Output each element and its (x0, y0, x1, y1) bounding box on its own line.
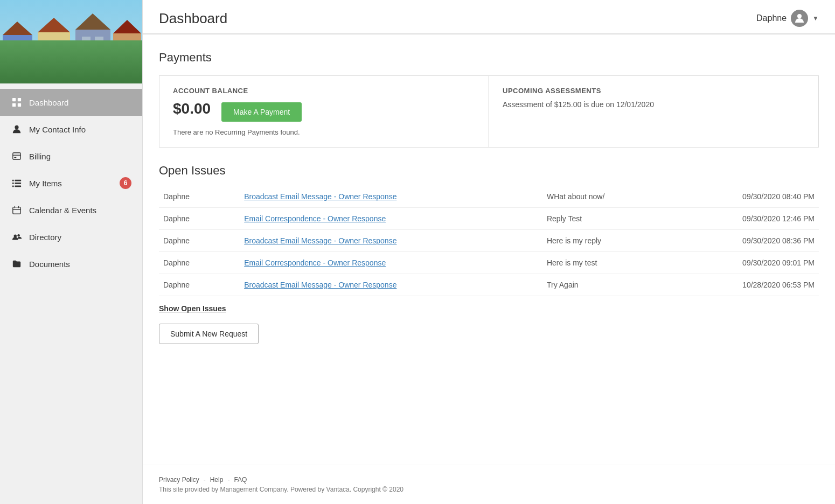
my-items-badge: 6 (120, 177, 131, 189)
svg-rect-20 (120, 41, 127, 49)
svg-rect-5 (11, 43, 17, 52)
svg-rect-39 (15, 186, 21, 187)
issue-message: WHat about now/ (542, 186, 667, 208)
sidebar-item-my-contact-info[interactable]: My Contact Info (0, 116, 142, 143)
billing-icon (11, 150, 23, 162)
chevron-down-icon: ▼ (812, 15, 819, 22)
sidebar-item-my-items[interactable]: My Items 6 (0, 170, 142, 197)
open-issues-table: Daphne Broadcast Email Message - Owner R… (159, 186, 819, 296)
svg-rect-27 (18, 98, 21, 101)
issue-link[interactable]: Broadcast Email Message - Owner Response (244, 236, 396, 245)
issue-link[interactable]: Email Correspondence - Owner Response (244, 214, 386, 223)
issue-link[interactable]: Broadcast Email Message - Owner Response (244, 281, 396, 289)
svg-rect-2 (0, 64, 142, 83)
sidebar-nav: Dashboard My Contact Info Billing (0, 83, 142, 277)
svg-rect-26 (12, 98, 16, 101)
issue-name: Daphne (159, 252, 240, 274)
issue-link[interactable]: Broadcast Email Message - Owner Response (244, 192, 396, 201)
issue-message: Here is my reply (542, 230, 667, 252)
issue-link-cell[interactable]: Email Correspondence - Owner Response (240, 208, 542, 230)
svg-rect-34 (12, 180, 14, 181)
svg-rect-31 (13, 153, 20, 160)
person-icon (11, 123, 23, 135)
svg-rect-10 (44, 40, 52, 49)
svg-rect-6 (19, 43, 25, 52)
svg-rect-40 (13, 207, 20, 214)
submit-new-request-button[interactable]: Submit A New Request (159, 324, 259, 344)
sidebar-item-label-directory: Directory (29, 233, 131, 242)
sidebar-hero-image (0, 0, 142, 83)
sidebar-item-label-documents: Documents (29, 260, 131, 269)
issue-date: 09/30/2020 12:46 PM (667, 208, 819, 230)
table-row: Daphne Email Correspondence - Owner Resp… (159, 252, 819, 274)
payments-grid: ACCOUNT BALANCE $0.00 Make A Payment The… (159, 75, 819, 148)
sidebar: Dashboard My Contact Info Billing (0, 0, 143, 504)
user-avatar (791, 10, 808, 27)
svg-rect-18 (113, 33, 141, 61)
issue-link-cell[interactable]: Email Correspondence - Owner Response (240, 252, 542, 274)
list-icon (11, 177, 23, 189)
issue-message: Try Again (542, 274, 667, 296)
directory-icon (11, 231, 23, 243)
issue-link-cell[interactable]: Broadcast Email Message - Owner Response (240, 186, 542, 208)
svg-rect-12 (46, 50, 59, 61)
footer: Privacy Policy - Help - FAQ This site pr… (143, 465, 835, 504)
sidebar-item-documents[interactable]: Documents (0, 250, 142, 277)
issue-link[interactable]: Email Correspondence - Owner Response (244, 258, 386, 267)
account-balance-label: ACCOUNT BALANCE (173, 87, 475, 95)
svg-rect-13 (75, 30, 110, 61)
svg-rect-22 (121, 50, 133, 61)
issue-name: Daphne (159, 208, 240, 230)
make-payment-button[interactable]: Make A Payment (221, 102, 302, 122)
faq-link[interactable]: FAQ (234, 476, 247, 484)
payments-section-title: Payments (159, 51, 819, 65)
grid-icon (11, 96, 23, 108)
sidebar-item-label-dashboard: Dashboard (29, 98, 131, 107)
balance-value: $0.00 (173, 100, 211, 117)
issue-link-cell[interactable]: Broadcast Email Message - Owner Response (240, 230, 542, 252)
sidebar-item-label-billing: Billing (29, 152, 131, 161)
payments-left-panel: ACCOUNT BALANCE $0.00 Make A Payment The… (159, 76, 489, 147)
table-row: Daphne Broadcast Email Message - Owner R… (159, 274, 819, 296)
svg-rect-7 (12, 50, 24, 61)
issue-name: Daphne (159, 186, 240, 208)
sidebar-item-label-my-contact-info: My Contact Info (29, 125, 131, 134)
header: Dashboard Daphne ▼ (143, 0, 835, 34)
svg-rect-3 (3, 35, 32, 61)
table-row: Daphne Email Correspondence - Owner Resp… (159, 208, 819, 230)
payments-right-panel: UPCOMING ASSESSMENTS Assessment of $125.… (489, 76, 818, 147)
sidebar-item-directory[interactable]: Directory (0, 223, 142, 250)
sidebar-item-billing[interactable]: Billing (0, 143, 142, 170)
privacy-policy-link[interactable]: Privacy Policy (159, 476, 199, 484)
folder-icon (11, 258, 23, 270)
svg-point-25 (107, 55, 117, 62)
svg-rect-1 (0, 59, 142, 83)
page-title: Dashboard (159, 10, 227, 27)
svg-point-24 (68, 54, 77, 62)
help-link[interactable]: Help (210, 476, 224, 484)
issue-link-cell[interactable]: Broadcast Email Message - Owner Response (240, 274, 542, 296)
sidebar-item-dashboard[interactable]: Dashboard (0, 89, 142, 116)
sidebar-item-calendar-events[interactable]: Calendar & Events (0, 197, 142, 223)
table-row: Daphne Broadcast Email Message - Owner R… (159, 186, 819, 208)
issue-name: Daphne (159, 230, 240, 252)
sidebar-item-label-my-items: My Items (29, 179, 120, 188)
svg-rect-8 (38, 32, 70, 61)
sidebar-item-label-calendar: Calendar & Events (29, 206, 131, 215)
show-open-issues-link[interactable]: Show Open Issues (159, 304, 226, 313)
svg-point-23 (28, 55, 39, 64)
user-menu[interactable]: Daphne ▼ (756, 10, 819, 27)
svg-point-46 (797, 14, 802, 18)
svg-rect-35 (15, 180, 21, 181)
svg-rect-21 (129, 41, 136, 49)
issue-date: 09/30/2020 08:40 PM (667, 186, 819, 208)
table-row: Daphne Broadcast Email Message - Owner R… (159, 230, 819, 252)
svg-rect-17 (84, 48, 99, 61)
svg-rect-0 (0, 0, 142, 83)
content-area: Payments ACCOUNT BALANCE $0.00 Make A Pa… (143, 34, 835, 449)
svg-rect-37 (15, 183, 21, 184)
svg-point-30 (15, 125, 18, 129)
svg-rect-36 (12, 183, 14, 184)
svg-point-45 (17, 234, 20, 237)
issue-date: 10/28/2020 06:53 PM (667, 274, 819, 296)
